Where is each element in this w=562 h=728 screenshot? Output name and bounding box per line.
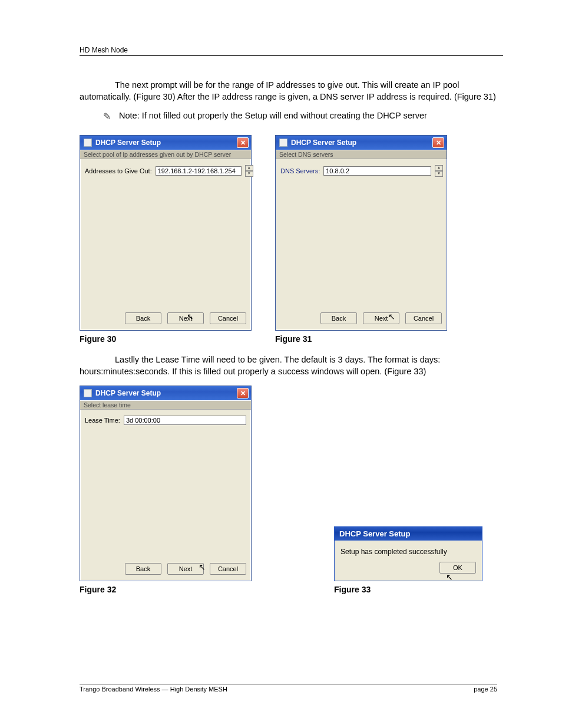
figure-31-caption: Figure 31 [275, 334, 447, 344]
dialog-figure-32: DHCP Server Setup ✕ Select lease time Le… [80, 386, 252, 581]
dialog-titlebar: DHCP Server Setup ✕ [276, 136, 447, 150]
spin-up-icon[interactable]: ▲ [435, 165, 443, 171]
close-icon[interactable]: ✕ [432, 137, 444, 148]
figure-30-caption: Figure 30 [80, 334, 252, 344]
addresses-label: Addresses to Give Out: [85, 167, 152, 174]
footer-left: Trango Broadband Wireless — High Density… [80, 686, 227, 693]
dialog-subtitle: Select DNS servers [276, 150, 447, 159]
dialog-titlebar: DHCP Server Setup ✕ [80, 136, 251, 150]
figure-33-caption: Figure 33 [334, 585, 503, 594]
back-button[interactable]: Back [320, 312, 357, 324]
spin-down-icon[interactable]: ▼ [245, 171, 253, 177]
app-icon [84, 389, 92, 397]
dialog-title-text: DHCP Server Setup [291, 139, 356, 147]
ok-button[interactable]: OK [439, 562, 476, 574]
close-icon[interactable]: ✕ [237, 388, 249, 398]
spinner[interactable]: ▲ ▼ [435, 165, 442, 177]
spin-down-icon[interactable]: ▼ [435, 171, 443, 177]
dialog-title-text: DHCP Server Setup [95, 389, 161, 397]
dialog-figure-31: DHCP Server Setup ✕ Select DNS servers D… [275, 135, 447, 331]
page-header: HD Mesh Node [80, 46, 503, 56]
dialog-subtitle: Select pool of ip addresses given out by… [80, 150, 251, 159]
note-row: ✎ Note: If not filled out properly the S… [103, 111, 503, 122]
app-icon [279, 139, 287, 147]
addresses-input[interactable] [156, 166, 242, 176]
footer-right: page 25 [474, 686, 497, 693]
dialog-title-text: DHCP Server Setup [95, 139, 161, 147]
close-icon[interactable]: ✕ [237, 137, 249, 148]
spin-up-icon[interactable]: ▲ [245, 165, 253, 171]
cancel-button[interactable]: Cancel [405, 312, 442, 324]
dns-label: DNS Servers: [280, 167, 320, 174]
dialog-titlebar: DHCP Server Setup ✕ [80, 386, 251, 400]
paragraph-1: The next prompt will be for the range of… [80, 80, 503, 103]
spinner[interactable]: ▲ ▼ [245, 165, 252, 177]
back-button[interactable]: Back [125, 312, 161, 324]
lease-label: Lease Time: [85, 417, 120, 424]
pencil-icon: ✎ [103, 111, 111, 122]
lease-input[interactable] [124, 416, 246, 425]
next-button[interactable]: Next [167, 312, 204, 324]
paragraph-2: Lastlly the Lease Time will need to be g… [80, 354, 503, 377]
messagebox-figure-33: DHCP Server Setup Setup has completed su… [334, 526, 482, 581]
next-button[interactable]: Next [363, 312, 399, 324]
figure-32-caption: Figure 32 [80, 585, 252, 594]
cancel-button[interactable]: Cancel [210, 563, 246, 575]
note-text: Note: If not filled out properly the Set… [119, 111, 427, 120]
dns-input[interactable] [323, 166, 431, 176]
dialog-subtitle: Select lease time [80, 400, 251, 410]
dialog-figure-30: DHCP Server Setup ✕ Select pool of ip ad… [80, 135, 252, 331]
messagebox-title: DHCP Server Setup [335, 527, 482, 541]
messagebox-text: Setup has completed successfully [335, 541, 482, 559]
app-icon [84, 139, 92, 147]
cancel-button[interactable]: Cancel [210, 312, 246, 324]
back-button[interactable]: Back [125, 563, 161, 575]
next-button[interactable]: Next [167, 563, 204, 575]
page-footer: Trango Broadband Wireless — High Density… [80, 684, 497, 693]
